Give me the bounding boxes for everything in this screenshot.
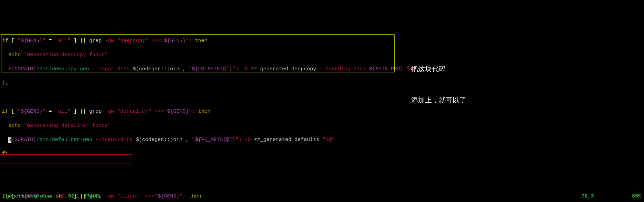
code-line: fi	[2, 80, 642, 87]
code-line-cursor: ${GOPATH}/bin/defaulter-gen --input-dirs…	[2, 137, 642, 144]
code-line: ${GOPATH}/bin/deepcopy-gen --input-dirs …	[2, 66, 642, 73]
code-line: if [ "${GENS}" = "all" ] || grep -qw "de…	[2, 108, 642, 115]
cursor: $	[8, 137, 11, 143]
status-scroll-percent: 85%	[632, 193, 641, 200]
code-line: if [ "${GENS}" = "all" ] || grep -qw "de…	[2, 38, 642, 45]
status-cursor-position: 70,3	[581, 193, 594, 200]
annotation-text: 把这块代码 添加上，就可以了	[411, 43, 466, 115]
code-line: echo "Generating defaulter funcs"	[2, 122, 642, 130]
status-filesize: 92L, 3749C	[68, 193, 99, 199]
code-line: echo "Generating deepcopy funcs"	[2, 52, 642, 59]
code-line: fi	[2, 151, 642, 158]
terminal-code-area[interactable]: if [ "${GENS}" = "all" ] || grep -qw "de…	[2, 30, 642, 202]
vim-status-bar: "generate-groups.sh" 92L, 3749C 70,3 85%	[3, 193, 641, 200]
status-filename: "generate-groups.sh"	[3, 193, 65, 199]
